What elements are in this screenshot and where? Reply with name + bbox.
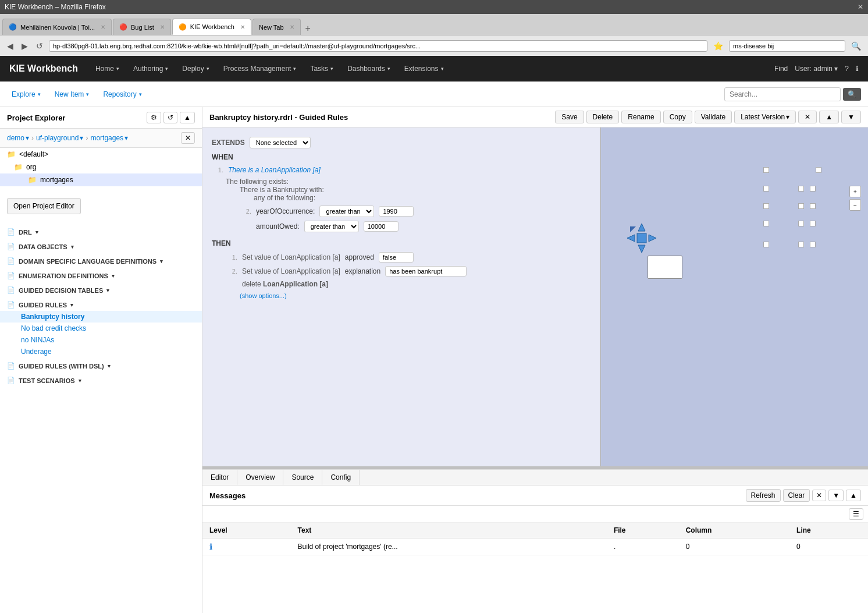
tab-close-mehilainen[interactable]: ✕ (101, 24, 105, 30)
rule-condition-1[interactable]: There is a LoanApplication [a] (228, 166, 321, 174)
tab-source[interactable]: Source (283, 470, 322, 485)
tree-mortgages-folder[interactable]: 📁 mortgages (0, 173, 202, 186)
sidebar-refresh-button[interactable]: ↺ (163, 112, 177, 123)
delete-button[interactable]: Delete (586, 111, 620, 123)
move-cursor[interactable] (624, 221, 659, 257)
copy-button[interactable]: Copy (663, 111, 692, 123)
section-guided-rules-dsl[interactable]: 📄 GUIDED RULES (WITH DSL) ▾ (0, 357, 202, 372)
sidebar-settings-button[interactable]: ⚙ (147, 112, 161, 123)
messages-down-button[interactable]: ▼ (828, 490, 844, 501)
section-test-scenarios[interactable]: 📄 TEST SCENARIOS ▾ (0, 372, 202, 387)
nav-process-management[interactable]: Process Management ▾ (218, 61, 303, 76)
back-button[interactable]: ◀ (5, 40, 16, 52)
nav-deploy[interactable]: Deploy ▾ (176, 61, 215, 76)
then-value-1[interactable] (379, 252, 414, 263)
breadcrumb-demo[interactable]: demo ▾ (7, 134, 29, 142)
refresh-button[interactable]: Refresh (746, 489, 781, 502)
sidebar-collapse-button[interactable]: ▲ (180, 112, 195, 123)
search-input[interactable] (724, 87, 841, 101)
forward-button[interactable]: ▶ (19, 40, 30, 52)
diagram-handle-3[interactable] (763, 186, 769, 192)
save-button[interactable]: Save (555, 111, 584, 123)
diagram-zoom-out[interactable]: − (849, 199, 861, 211)
open-project-editor-button[interactable]: Open Project Editor (7, 198, 81, 214)
search-button[interactable]: 🔍 (843, 88, 861, 101)
tree-default-folder[interactable]: 📁 <default> (0, 148, 202, 161)
tree-link-no-bad-credit[interactable]: No bad credit checks (0, 323, 202, 334)
diagram-handle-11[interactable] (810, 221, 816, 226)
url-input[interactable] (49, 40, 707, 52)
messages-close-button[interactable]: ✕ (812, 490, 826, 501)
browser-search-button[interactable]: 🔍 (849, 40, 863, 52)
tab-newtab[interactable]: New Tab ✕ (252, 19, 301, 35)
close-editor-button[interactable]: ✕ (798, 111, 817, 123)
rule-operator-amount[interactable]: greater than (304, 221, 359, 232)
bookmark-button[interactable]: ⭐ (711, 40, 725, 52)
section-drl[interactable]: 📄 DRL ▾ (0, 224, 202, 238)
new-tab-button[interactable]: + (302, 22, 314, 35)
validate-button[interactable]: Validate (695, 111, 732, 123)
collapse-breadcrumb-button[interactable]: ✕ (181, 132, 195, 144)
diagram-handle-1[interactable] (763, 167, 769, 173)
diagram-handle-5[interactable] (810, 186, 816, 192)
diagram-handle-6[interactable] (763, 203, 769, 209)
tree-org-folder[interactable]: 📁 org (0, 161, 202, 173)
diagram-handle-12[interactable] (763, 242, 769, 247)
extends-select[interactable]: None selected (250, 137, 311, 148)
diagram-handle-8[interactable] (810, 203, 816, 209)
section-guided-dt[interactable]: 📄 GUIDED DECISION TABLES ▾ (0, 282, 202, 296)
then-value-2[interactable] (385, 266, 467, 277)
nav-authoring[interactable]: Authoring ▾ (127, 61, 174, 76)
show-options-link[interactable]: (show options...) (240, 292, 287, 299)
tab-editor[interactable]: Editor (202, 470, 237, 485)
tree-link-no-ninjas[interactable]: no NINJAs (0, 334, 202, 346)
tab-close-newtab[interactable]: ✕ (290, 24, 294, 30)
nav-extensions[interactable]: Extensions ▾ (399, 61, 450, 76)
messages-up-button[interactable]: ▲ (846, 490, 861, 501)
editor-maximize-button[interactable]: ▲ (819, 111, 839, 123)
user-menu[interactable]: User: admin ▾ (795, 65, 838, 73)
diagram-handle-13[interactable] (798, 242, 804, 247)
breadcrumb-uf-playground[interactable]: uf-playground ▾ (36, 134, 83, 142)
tab-mehilainen[interactable]: 🔵 Mehiläinen Kouvola | Toi... ✕ (2, 19, 112, 35)
nav-home[interactable]: Home ▾ (90, 61, 125, 76)
tab-buglist[interactable]: 🔴 Bug List ✕ (113, 19, 171, 35)
tab-config[interactable]: Config (322, 470, 360, 485)
tab-close-buglist[interactable]: ✕ (160, 24, 165, 30)
section-data-objects[interactable]: 📄 DATA OBJECTS ▾ (0, 238, 202, 253)
rule-value-year[interactable] (379, 206, 414, 217)
repository-button[interactable]: Repository ▾ (98, 88, 146, 101)
section-enum[interactable]: 📄 ENUMERATION DEFINITIONS ▾ (0, 267, 202, 282)
diagram-zoom-in[interactable]: + (849, 186, 861, 197)
nav-tasks[interactable]: Tasks ▾ (304, 61, 339, 76)
help-button[interactable]: ? (845, 65, 849, 73)
nav-dashboards[interactable]: Dashboards ▾ (341, 61, 396, 76)
diagram-handle-2[interactable] (816, 167, 821, 173)
section-dsl[interactable]: 📄 DOMAIN SPECIFIC LANGUAGE DEFINITIONS ▾ (0, 253, 202, 267)
browser-close-btn[interactable]: ✕ (858, 3, 863, 11)
latest-version-button[interactable]: Latest Version ▾ (734, 111, 796, 123)
tree-link-underage[interactable]: Underage (0, 346, 202, 357)
diagram-handle-4[interactable] (798, 186, 804, 192)
diagram-handle-10[interactable] (798, 221, 804, 226)
editor-minimize-button[interactable]: ▼ (841, 111, 861, 123)
rule-operator-year[interactable]: greater than (319, 205, 374, 217)
section-guided-rules[interactable]: 📄 GUIDED RULES ▾ (0, 296, 202, 311)
tree-link-bankruptcy-history[interactable]: Bankruptcy history (0, 311, 202, 323)
explore-button[interactable]: Explore ▾ (7, 88, 45, 101)
tab-close-kie[interactable]: ✕ (240, 24, 245, 30)
new-item-button[interactable]: New Item ▾ (50, 88, 94, 101)
browser-search-input[interactable] (729, 40, 845, 52)
breadcrumb-mortgages[interactable]: mortgages ▾ (90, 134, 128, 142)
find-button[interactable]: Find (774, 65, 788, 73)
diagram-handle-9[interactable] (763, 221, 769, 226)
reload-button[interactable]: ↺ (34, 40, 45, 52)
list-view-button[interactable]: ☰ (849, 508, 863, 520)
diagram-handle-14[interactable] (810, 242, 816, 247)
tab-kieworkbench[interactable]: 🟠 KIE Workbench ✕ (172, 19, 251, 35)
diagram-handle-7[interactable] (798, 203, 804, 209)
rule-value-amount[interactable] (364, 221, 399, 232)
rename-button[interactable]: Rename (621, 111, 660, 123)
clear-button[interactable]: Clear (783, 489, 810, 502)
info-button[interactable]: ℹ (856, 65, 859, 73)
